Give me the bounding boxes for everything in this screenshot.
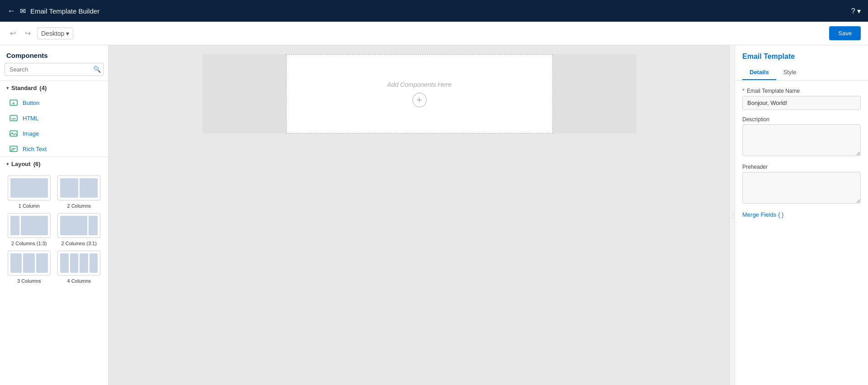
svg-text:</>: </>	[11, 117, 16, 120]
layout-preview-2col-1-3	[8, 213, 51, 238]
toolbar-right: Save	[829, 26, 861, 40]
layout-label-2col-1-3: 2 Columns (1:3)	[11, 241, 47, 246]
canvas-area: Add Components Here +	[108, 45, 730, 385]
layout-label-3col: 3 Columns	[17, 278, 41, 284]
navbar: ← ✉ Email Template Builder ? ▾	[0, 0, 868, 22]
layout-category-header[interactable]: ▾ Layout (6)	[0, 157, 108, 171]
right-panel-title: Email Template	[742, 52, 861, 61]
component-item-richtext[interactable]: Rich Text	[0, 141, 108, 157]
standard-category-count: (4)	[39, 85, 47, 91]
layout-item-2col[interactable]: 2 Columns	[57, 176, 102, 209]
layout-preview-3col	[8, 251, 51, 276]
component-label-richtext: Rich Text	[23, 146, 47, 152]
help-icon: ?	[851, 7, 855, 15]
search-input[interactable]	[5, 63, 104, 76]
layout-item-2col-1-3[interactable]: 2 Columns (1:3)	[6, 213, 52, 246]
search-container: 🔍	[0, 63, 108, 81]
left-sidebar: Components 🔍 ▾ Standard (4) A Button </>	[0, 45, 108, 385]
layout-item-3col[interactable]: 3 Columns	[6, 251, 52, 284]
tab-details[interactable]: Details	[742, 65, 776, 80]
field-group-name: * Email Template Name	[742, 88, 861, 110]
right-panel: Email Template Details Style * Email Tem…	[735, 45, 868, 385]
undo-button[interactable]: ↩	[7, 27, 19, 39]
view-dropdown-button[interactable]: Desktop ▾	[37, 28, 73, 39]
navbar-left: ← ✉ Email Template Builder	[7, 6, 99, 16]
add-components-text: Add Components Here	[387, 81, 451, 88]
preheader-field-label: Preheader	[742, 164, 861, 170]
standard-category-label: Standard	[11, 85, 37, 91]
save-button[interactable]: Save	[829, 26, 861, 40]
layout-grid: 1 Column 2 Columns 2 Columns (	[6, 176, 102, 284]
toolbar: ↩ ↪ Desktop ▾ Save	[0, 22, 868, 45]
view-dropdown-icon: ▾	[66, 30, 69, 37]
right-panel-body: * Email Template Name Description Prehea…	[735, 81, 868, 225]
view-label: Desktop	[41, 30, 64, 37]
standard-chevron-icon: ▾	[6, 86, 9, 90]
layout-preview-2col	[57, 176, 100, 200]
email-template-name-input[interactable]	[742, 96, 861, 110]
button-component-icon: A	[9, 98, 18, 107]
description-textarea[interactable]	[742, 124, 861, 156]
layout-preview-4col	[57, 251, 100, 276]
canvas-left-gutter	[203, 54, 286, 133]
component-label-button: Button	[23, 100, 40, 106]
canvas-right-gutter	[553, 54, 637, 133]
mail-icon: ✉	[20, 7, 26, 15]
merge-fields-link[interactable]: Merge Fields { }	[742, 211, 861, 218]
layout-preview-2col-3-1	[57, 213, 100, 238]
layout-label-4col: 4 Columns	[67, 278, 91, 284]
canvas-main[interactable]: Add Components Here +	[286, 54, 553, 133]
component-label-image: Image	[23, 130, 39, 137]
tab-style[interactable]: Style	[776, 65, 804, 80]
svg-rect-4	[10, 131, 17, 136]
richtext-component-icon	[9, 144, 18, 153]
name-field-label: * Email Template Name	[742, 88, 861, 94]
field-group-preheader: Preheader	[742, 164, 861, 205]
layout-category-count: (6)	[33, 161, 41, 167]
layout-label-1col: 1 Column	[19, 203, 40, 209]
layout-label-2col-3-1: 2 Columns (3:1)	[61, 241, 97, 246]
layout-item-4col[interactable]: 4 Columns	[57, 251, 102, 284]
resize-handle[interactable]: ⋮	[730, 45, 735, 385]
back-icon[interactable]: ←	[7, 6, 15, 16]
tabs-row: Details Style	[742, 65, 861, 80]
description-field-label: Description	[742, 116, 861, 123]
add-component-button[interactable]: +	[412, 93, 427, 107]
app-title: Email Template Builder	[30, 7, 99, 15]
field-group-description: Description	[742, 116, 861, 157]
preheader-textarea[interactable]	[742, 172, 861, 204]
standard-items-list: A Button </> HTML Image Rich Te	[0, 95, 108, 157]
image-component-icon	[9, 129, 18, 138]
standard-category-header[interactable]: ▾ Standard (4)	[0, 81, 108, 95]
component-item-html[interactable]: </> HTML	[0, 110, 108, 126]
main-layout: Components 🔍 ▾ Standard (4) A Button </>	[0, 45, 868, 385]
layout-items-grid: 1 Column 2 Columns 2 Columns (	[0, 171, 108, 288]
component-item-image[interactable]: Image	[0, 126, 108, 141]
component-item-button[interactable]: A Button	[0, 95, 108, 110]
layout-item-1col[interactable]: 1 Column	[6, 176, 52, 209]
component-label-html: HTML	[23, 115, 38, 122]
right-panel-header: Email Template Details Style	[735, 45, 868, 81]
search-icon[interactable]: 🔍	[93, 66, 101, 73]
svg-text:A: A	[12, 101, 15, 105]
merge-fields-icon: { }	[778, 211, 783, 218]
redo-button[interactable]: ↪	[22, 27, 33, 39]
toolbar-left: ↩ ↪ Desktop ▾	[7, 27, 73, 39]
layout-label-2col: 2 Columns	[67, 203, 91, 209]
layout-category-label: Layout	[11, 161, 31, 167]
name-required-indicator: *	[742, 88, 745, 94]
merge-fields-label: Merge Fields	[742, 211, 776, 218]
help-button[interactable]: ? ▾	[851, 7, 861, 15]
canvas-wrapper: Add Components Here +	[108, 54, 730, 376]
components-title: Components	[0, 45, 108, 63]
layout-chevron-icon: ▾	[6, 162, 9, 166]
layout-item-2col-3-1[interactable]: 2 Columns (3:1)	[57, 213, 102, 246]
help-dropdown-icon: ▾	[857, 7, 861, 15]
html-component-icon: </>	[9, 114, 18, 123]
layout-preview-1col	[8, 176, 51, 200]
